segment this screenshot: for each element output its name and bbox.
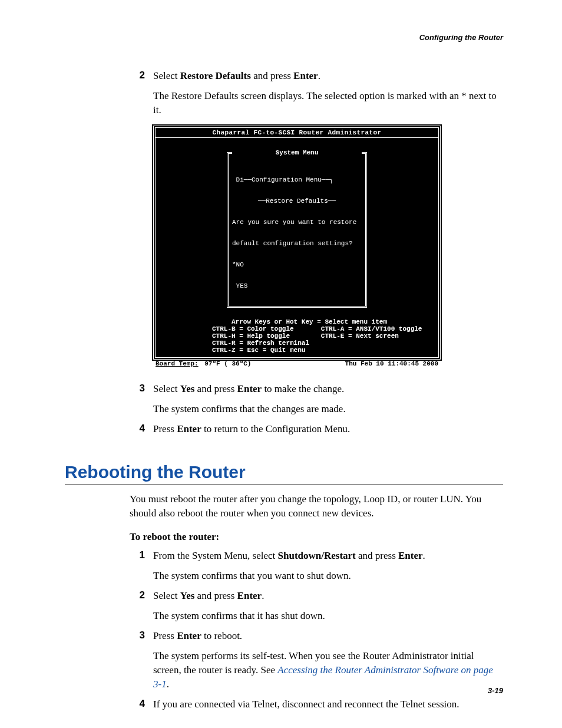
terminal-status-bar: Board Temp: 97ºF ( 36ºC) Thu Feb 10 11:4…: [153, 360, 441, 368]
reboot-step-4-text: If you are connected via Telnet, disconn…: [153, 697, 459, 711]
option-yes: YES: [232, 282, 362, 289]
reboot-step-3-follow: The system performs its self-test. When …: [153, 649, 503, 691]
reboot-step-3-text: Press Enter to reboot.: [153, 629, 242, 643]
reboot-step-2-text: Select Yes and press Enter.: [153, 589, 264, 603]
reboot-step-1: 1 From the System Menu, select Shutdown/…: [65, 549, 503, 568]
reboot-step-3: 3 Press Enter to reboot.: [65, 629, 503, 648]
reboot-step-2-follow: The system confirms that it has shut dow…: [153, 609, 503, 623]
terminal-dialog: System Menu Di──Configuration Menu──┐ ──…: [227, 152, 367, 308]
section-rule: [65, 485, 503, 485]
step-2: 2 Select Restore Defaults and press Ente…: [65, 69, 503, 88]
section-heading: Rebooting the Router: [65, 462, 503, 482]
option-no: *NO: [232, 261, 362, 268]
section-intro: You must reboot the router after you cha…: [130, 492, 503, 521]
step-number: 3: [125, 382, 153, 395]
step-number: 2: [125, 589, 153, 602]
step-number: 4: [125, 697, 153, 710]
step-number: 2: [125, 69, 153, 82]
reboot-step-1-follow: The system confirms that you want to shu…: [153, 569, 503, 583]
step-2-text: Select Restore Defaults and press Enter.: [153, 69, 320, 83]
running-header: Configuring the Router: [65, 33, 503, 42]
terminal-title: Chaparral FC-to-SCSI Router Administrato…: [156, 128, 438, 138]
reboot-step-2: 2 Select Yes and press Enter.: [65, 589, 503, 608]
terminal-hints: Arrow Keys or Hot Key = Select menu item…: [156, 312, 438, 357]
step-3: 3 Select Yes and press Enter to make the…: [65, 382, 503, 401]
step-2-follow: The Restore Defaults screen displays. Th…: [153, 89, 503, 117]
step-3-follow: The system confirms that the changes are…: [153, 402, 503, 416]
terminal-timestamp: Thu Feb 10 11:40:45 2000: [345, 360, 438, 367]
step-3-text: Select Yes and press Enter to make the c…: [153, 382, 344, 396]
reboot-step-1-text: From the System Menu, select Shutdown/Re…: [153, 549, 425, 563]
step-4-text: Press Enter to return to the Configurati…: [153, 422, 350, 436]
reboot-step-4: 4 If you are connected via Telnet, disco…: [65, 697, 503, 716]
procedure-heading: To reboot the router:: [130, 531, 503, 543]
step-number: 4: [125, 422, 153, 435]
step-number: 1: [125, 549, 153, 562]
terminal-screenshot: Chaparral FC-to-SCSI Router Administrato…: [153, 126, 441, 368]
page-number: 3-19: [488, 686, 503, 695]
step-4: 4 Press Enter to return to the Configura…: [65, 422, 503, 441]
step-number: 3: [125, 629, 153, 642]
